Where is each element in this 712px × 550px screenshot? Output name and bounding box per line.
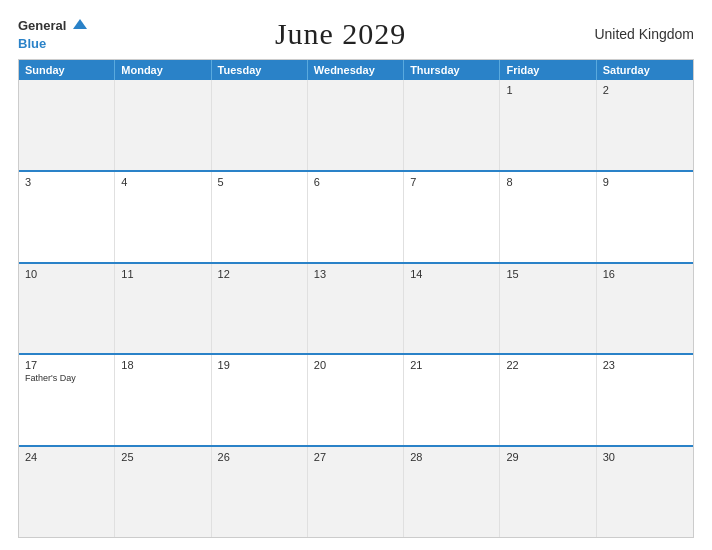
day-number: 19 bbox=[218, 359, 301, 371]
day-number: 10 bbox=[25, 268, 108, 280]
day-number: 5 bbox=[218, 176, 301, 188]
calendar-cell: 26 bbox=[212, 447, 308, 537]
calendar-week-2: 3456789 bbox=[19, 172, 693, 264]
day-number: 13 bbox=[314, 268, 397, 280]
calendar-cell bbox=[404, 80, 500, 170]
day-number: 3 bbox=[25, 176, 108, 188]
logo-general-text: General bbox=[18, 18, 66, 33]
calendar-weeks: 1234567891011121314151617Father's Day181… bbox=[19, 80, 693, 537]
day-event: Father's Day bbox=[25, 373, 108, 383]
col-monday: Monday bbox=[115, 60, 211, 80]
day-number: 17 bbox=[25, 359, 108, 371]
calendar-cell: 29 bbox=[500, 447, 596, 537]
logo-triangle-icon bbox=[73, 19, 87, 29]
calendar-cell bbox=[308, 80, 404, 170]
day-number: 24 bbox=[25, 451, 108, 463]
region-label: United Kingdom bbox=[594, 26, 694, 42]
calendar-week-4: 17Father's Day181920212223 bbox=[19, 355, 693, 447]
calendar-cell: 15 bbox=[500, 264, 596, 354]
calendar-cell: 24 bbox=[19, 447, 115, 537]
calendar-header-row: Sunday Monday Tuesday Wednesday Thursday… bbox=[19, 60, 693, 80]
day-number: 30 bbox=[603, 451, 687, 463]
header: General Blue June 2029 United Kingdom bbox=[18, 16, 694, 51]
calendar-cell: 28 bbox=[404, 447, 500, 537]
calendar-cell bbox=[115, 80, 211, 170]
day-number: 20 bbox=[314, 359, 397, 371]
day-number: 27 bbox=[314, 451, 397, 463]
day-number: 15 bbox=[506, 268, 589, 280]
calendar-cell: 1 bbox=[500, 80, 596, 170]
calendar-cell: 18 bbox=[115, 355, 211, 445]
day-number: 9 bbox=[603, 176, 687, 188]
calendar-cell: 17Father's Day bbox=[19, 355, 115, 445]
day-number: 28 bbox=[410, 451, 493, 463]
calendar-cell: 4 bbox=[115, 172, 211, 262]
calendar-cell: 11 bbox=[115, 264, 211, 354]
calendar-cell: 23 bbox=[597, 355, 693, 445]
col-tuesday: Tuesday bbox=[212, 60, 308, 80]
calendar-cell: 16 bbox=[597, 264, 693, 354]
calendar-cell: 30 bbox=[597, 447, 693, 537]
day-number: 18 bbox=[121, 359, 204, 371]
calendar-cell: 5 bbox=[212, 172, 308, 262]
calendar-cell: 7 bbox=[404, 172, 500, 262]
calendar-cell: 8 bbox=[500, 172, 596, 262]
day-number: 11 bbox=[121, 268, 204, 280]
day-number: 25 bbox=[121, 451, 204, 463]
col-sunday: Sunday bbox=[19, 60, 115, 80]
day-number: 7 bbox=[410, 176, 493, 188]
page: General Blue June 2029 United Kingdom Su… bbox=[0, 0, 712, 550]
calendar-cell: 14 bbox=[404, 264, 500, 354]
calendar-cell: 3 bbox=[19, 172, 115, 262]
calendar-title: June 2029 bbox=[275, 17, 407, 51]
day-number: 22 bbox=[506, 359, 589, 371]
col-wednesday: Wednesday bbox=[308, 60, 404, 80]
col-friday: Friday bbox=[500, 60, 596, 80]
calendar-week-5: 24252627282930 bbox=[19, 447, 693, 537]
logo: General Blue bbox=[18, 16, 87, 51]
day-number: 26 bbox=[218, 451, 301, 463]
day-number: 16 bbox=[603, 268, 687, 280]
day-number: 8 bbox=[506, 176, 589, 188]
calendar-cell: 2 bbox=[597, 80, 693, 170]
calendar-cell: 20 bbox=[308, 355, 404, 445]
day-number: 6 bbox=[314, 176, 397, 188]
calendar-cell bbox=[212, 80, 308, 170]
logo-line1: General bbox=[18, 16, 87, 34]
calendar-cell: 10 bbox=[19, 264, 115, 354]
col-saturday: Saturday bbox=[597, 60, 693, 80]
day-number: 2 bbox=[603, 84, 687, 96]
calendar-week-1: 12 bbox=[19, 80, 693, 172]
calendar-cell: 9 bbox=[597, 172, 693, 262]
day-number: 23 bbox=[603, 359, 687, 371]
day-number: 21 bbox=[410, 359, 493, 371]
calendar-cell: 22 bbox=[500, 355, 596, 445]
day-number: 29 bbox=[506, 451, 589, 463]
col-thursday: Thursday bbox=[404, 60, 500, 80]
calendar-cell: 25 bbox=[115, 447, 211, 537]
day-number: 1 bbox=[506, 84, 589, 96]
day-number: 14 bbox=[410, 268, 493, 280]
calendar-cell bbox=[19, 80, 115, 170]
day-number: 4 bbox=[121, 176, 204, 188]
calendar-week-3: 10111213141516 bbox=[19, 264, 693, 356]
day-number: 12 bbox=[218, 268, 301, 280]
calendar-cell: 12 bbox=[212, 264, 308, 354]
calendar-cell: 27 bbox=[308, 447, 404, 537]
calendar-cell: 21 bbox=[404, 355, 500, 445]
calendar: Sunday Monday Tuesday Wednesday Thursday… bbox=[18, 59, 694, 538]
logo-blue-text: Blue bbox=[18, 36, 46, 51]
calendar-cell: 6 bbox=[308, 172, 404, 262]
calendar-cell: 19 bbox=[212, 355, 308, 445]
calendar-cell: 13 bbox=[308, 264, 404, 354]
